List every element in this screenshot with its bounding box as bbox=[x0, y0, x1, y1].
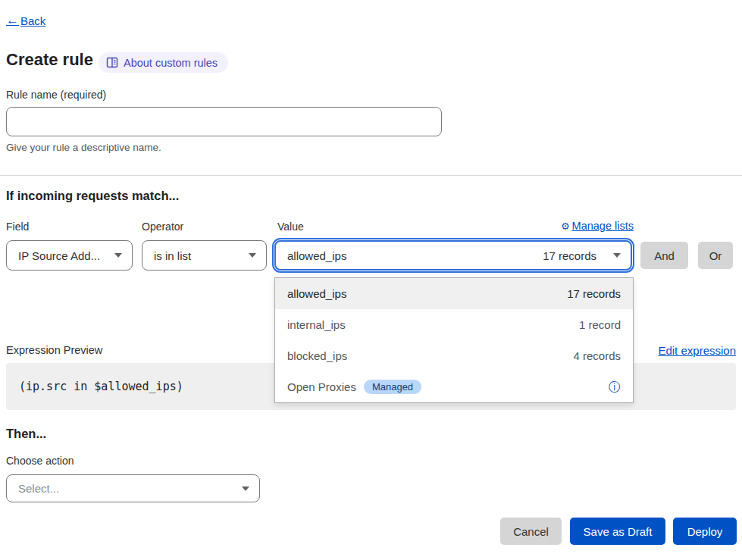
manage-lists-label: Manage lists bbox=[572, 220, 634, 232]
field-select[interactable]: IP Source Add... bbox=[6, 240, 133, 271]
chevron-down-icon bbox=[242, 486, 249, 491]
rule-name-label: Rule name (required) bbox=[6, 89, 106, 101]
list-name: blocked_ips bbox=[287, 349, 347, 362]
manage-lists-container: ⚙Manage lists bbox=[274, 220, 634, 232]
dropdown-item-open-proxies[interactable]: Open Proxies Managed ⓘ bbox=[275, 371, 633, 402]
back-arrow-icon: ← bbox=[6, 13, 19, 28]
about-custom-rules-link[interactable]: About custom rules bbox=[99, 52, 228, 73]
list-name: Open Proxies bbox=[287, 380, 356, 393]
value-select[interactable]: allowed_ips 17 records bbox=[274, 240, 632, 271]
and-button[interactable]: And bbox=[640, 242, 688, 269]
expression-preview-label: Expression Preview bbox=[6, 344, 102, 356]
match-section-heading: If incoming requests match... bbox=[6, 189, 179, 203]
cancel-button[interactable]: Cancel bbox=[500, 518, 562, 545]
edit-expression-link[interactable]: Edit expression bbox=[658, 344, 736, 357]
value-dropdown-panel: allowed_ips 17 records internal_ips 1 re… bbox=[274, 277, 634, 403]
deploy-button[interactable]: Deploy bbox=[673, 518, 737, 545]
page-title: Create rule bbox=[6, 50, 93, 70]
info-icon[interactable]: ⓘ bbox=[609, 381, 621, 393]
field-select-value: IP Source Add... bbox=[18, 249, 100, 262]
list-count: 4 records bbox=[573, 349, 621, 362]
choose-action-label: Choose action bbox=[6, 455, 74, 467]
back-link[interactable]: ←Back bbox=[6, 13, 45, 28]
operator-label: Operator bbox=[142, 221, 183, 233]
gear-icon: ⚙ bbox=[561, 221, 570, 232]
list-name: allowed_ips bbox=[287, 287, 346, 300]
action-select[interactable]: Select... bbox=[6, 474, 260, 502]
chevron-down-icon bbox=[613, 253, 621, 258]
dropdown-item-allowed-ips[interactable]: allowed_ips 17 records bbox=[275, 278, 633, 309]
back-label: Back bbox=[20, 14, 45, 27]
chevron-down-icon bbox=[249, 253, 256, 258]
or-button[interactable]: Or bbox=[698, 242, 733, 269]
value-select-count: 17 records bbox=[543, 249, 596, 262]
list-name: internal_ips bbox=[287, 318, 346, 331]
operator-select[interactable]: is in list bbox=[142, 240, 267, 271]
list-count: 1 record bbox=[579, 318, 621, 331]
dropdown-item-blocked-ips[interactable]: blocked_ips 4 records bbox=[275, 340, 633, 371]
operator-select-value: is in list bbox=[154, 249, 191, 262]
section-divider bbox=[0, 175, 742, 176]
rule-name-helper-text: Give your rule a descriptive name. bbox=[6, 142, 161, 153]
chevron-down-icon bbox=[114, 253, 122, 258]
list-count: 17 records bbox=[567, 287, 621, 300]
about-custom-rules-label: About custom rules bbox=[124, 57, 218, 69]
book-icon bbox=[106, 57, 118, 68]
expression-code: (ip.src in $allowed_ips) bbox=[19, 380, 183, 393]
save-as-draft-button[interactable]: Save as Draft bbox=[570, 518, 665, 545]
value-select-name: allowed_ips bbox=[287, 249, 346, 262]
manage-lists-link[interactable]: ⚙Manage lists bbox=[561, 220, 634, 232]
dropdown-item-internal-ips[interactable]: internal_ips 1 record bbox=[275, 309, 633, 340]
then-section-heading: Then... bbox=[6, 427, 46, 441]
rule-name-input[interactable] bbox=[6, 107, 442, 136]
managed-badge: Managed bbox=[364, 380, 421, 394]
field-label: Field bbox=[6, 221, 29, 233]
action-select-placeholder: Select... bbox=[18, 482, 59, 495]
create-rule-page: ←Back Create rule About custom rules Rul… bbox=[0, 0, 742, 560]
